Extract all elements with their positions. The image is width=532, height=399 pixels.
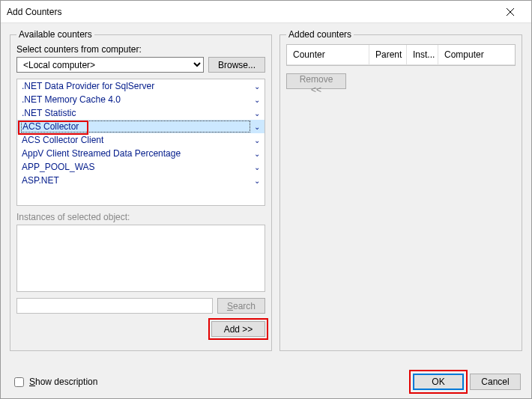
chevron-down-icon: ⌄	[254, 136, 260, 144]
right-column: Added counters Counter Parent Inst... Co…	[279, 29, 522, 365]
counter-item[interactable]: .NET Memory Cache 4.0⌄	[17, 93, 265, 106]
counter-item[interactable]: .NET Statistic⌄	[17, 106, 265, 120]
counter-list[interactable]: .NET Data Provider for SqlServer⌄ .NET M…	[16, 79, 265, 206]
remove-button: Remove <<	[286, 73, 346, 89]
cancel-button[interactable]: Cancel	[470, 374, 521, 390]
search-button: Search	[217, 298, 265, 314]
show-description-checkbox[interactable]: Show description	[11, 375, 97, 389]
show-description-label: Show description	[29, 377, 97, 387]
available-counters-legend: Available counters	[16, 29, 94, 40]
counter-item[interactable]: .NET Data Provider for SqlServer⌄	[17, 79, 265, 93]
select-computer-label: Select counters from computer:	[16, 44, 265, 55]
col-counter[interactable]: Counter	[287, 45, 369, 64]
close-icon	[507, 8, 514, 16]
search-combo[interactable]	[16, 298, 213, 314]
ok-button[interactable]: OK	[413, 374, 464, 390]
counter-item-selected[interactable]: ACS Collector⌄	[17, 120, 265, 133]
added-counters-group: Added counters Counter Parent Inst... Co…	[279, 29, 522, 351]
counter-item[interactable]: APP_POOL_WAS⌄	[17, 160, 265, 174]
browse-button[interactable]: Browse...	[208, 57, 265, 73]
instances-list[interactable]	[16, 225, 265, 292]
left-column: Available counters Select counters from …	[10, 29, 272, 365]
chevron-down-icon: ⌄	[254, 109, 260, 118]
added-counters-legend: Added counters	[286, 29, 354, 40]
chevron-down-icon: ⌄	[254, 123, 260, 131]
chevron-down-icon: ⌄	[254, 82, 260, 91]
content-area: Available counters Select counters from …	[1, 23, 531, 365]
window-title: Add Counters	[7, 7, 495, 17]
counter-item[interactable]: AppV Client Streamed Data Percentage⌄	[17, 147, 265, 160]
add-button[interactable]: Add >>	[211, 321, 265, 337]
add-counters-dialog: Add Counters Available counters Select c…	[0, 0, 532, 399]
search-button-label: Search	[227, 301, 256, 311]
col-instance[interactable]: Inst...	[407, 45, 438, 64]
show-description-input[interactable]	[14, 377, 24, 387]
counter-item[interactable]: ASP.NET⌄	[17, 174, 265, 187]
titlebar: Add Counters	[1, 1, 531, 23]
chevron-down-icon: ⌄	[254, 96, 260, 104]
col-computer[interactable]: Computer	[438, 45, 515, 64]
counter-item[interactable]: ACS Collector Client⌄	[17, 133, 265, 147]
chevron-down-icon: ⌄	[254, 163, 260, 171]
instances-label: Instances of selected object:	[16, 212, 265, 222]
close-button[interactable]	[495, 1, 525, 22]
chevron-down-icon: ⌄	[254, 150, 260, 158]
added-counters-table[interactable]: Counter Parent Inst... Computer	[286, 44, 516, 66]
computer-select[interactable]: <Local computer>	[16, 57, 204, 73]
bottom-bar: Show description OK Cancel	[1, 365, 531, 398]
chevron-down-icon: ⌄	[254, 177, 260, 185]
available-counters-group: Available counters Select counters from …	[10, 29, 272, 351]
col-parent[interactable]: Parent	[369, 45, 407, 64]
table-header: Counter Parent Inst... Computer	[287, 45, 515, 65]
